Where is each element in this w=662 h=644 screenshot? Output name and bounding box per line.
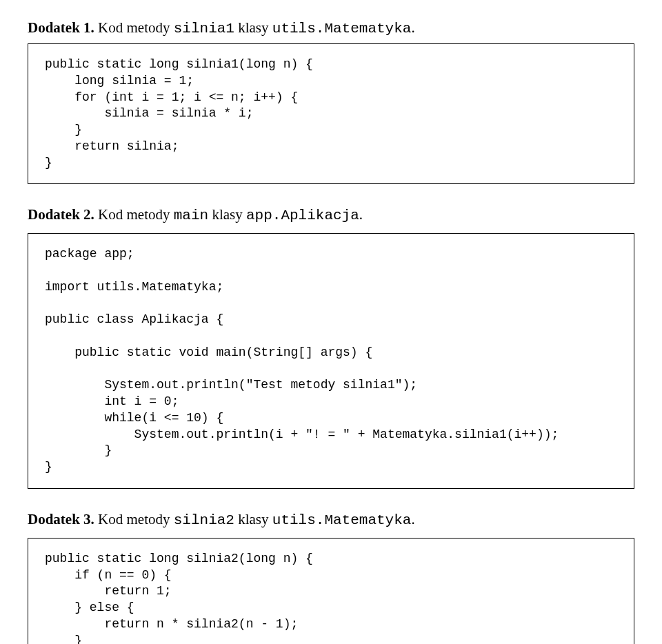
heading-bold: Dodatek 1. <box>28 19 94 36</box>
heading-bold: Dodatek 2. <box>28 206 94 223</box>
heading-text: klasy <box>234 511 272 527</box>
heading-text: klasy <box>234 19 272 36</box>
section-heading-3: Dodatek 3. Kod metody silnia2 klasy util… <box>28 511 634 528</box>
heading-text: klasy <box>208 206 246 223</box>
heading-text: Kod metody <box>94 206 174 223</box>
section-heading-1: Dodatek 1. Kod metody silnia1 klasy util… <box>28 19 634 37</box>
heading-code-2: app.Aplikacja <box>246 208 359 223</box>
heading-text: . <box>411 19 414 36</box>
heading-code-2: utils.Matematyka <box>272 512 412 528</box>
heading-code-1: silnia1 <box>174 21 234 37</box>
section-heading-2: Dodatek 2. Kod metody main klasy app.Apl… <box>28 206 634 223</box>
heading-code-2: utils.Matematyka <box>272 21 412 37</box>
heading-code-1: main <box>174 208 208 223</box>
code-block-2: package app; import utils.Matematyka; pu… <box>28 233 634 489</box>
heading-text: . <box>411 511 414 527</box>
heading-text: Kod metody <box>94 511 174 527</box>
heading-text: . <box>359 206 363 223</box>
heading-text: Kod metody <box>94 19 174 36</box>
heading-code-1: silnia2 <box>174 512 234 528</box>
code-block-3: public static long silnia2(long n) { if … <box>28 538 634 644</box>
code-block-1: public static long silnia1(long n) { lon… <box>28 43 634 184</box>
heading-bold: Dodatek 3. <box>28 511 94 527</box>
